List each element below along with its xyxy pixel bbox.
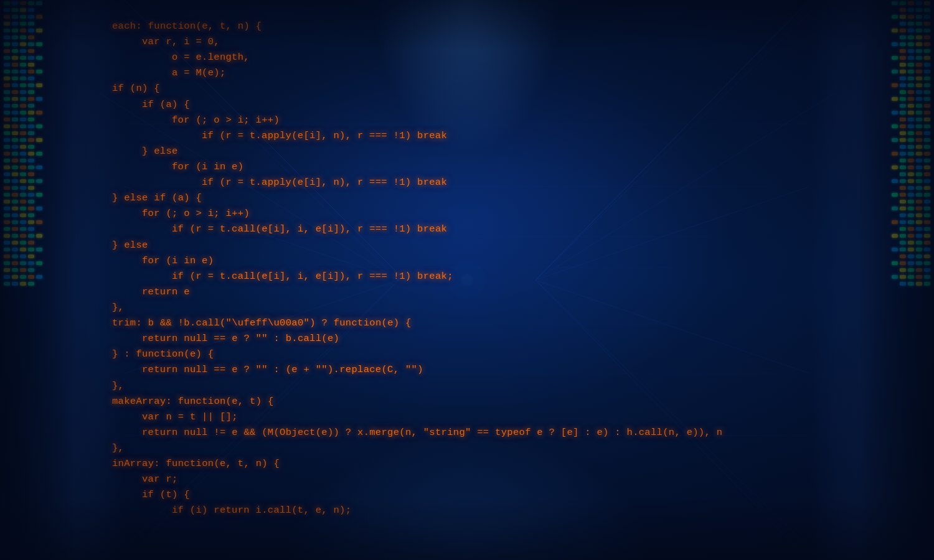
code-line: if (t) { [112, 487, 822, 503]
code-line: if (a) { [112, 97, 822, 113]
code-line: trim: b && !b.call("\ufeff\u00a0") ? fun… [112, 315, 822, 331]
code-line: if (r = t.call(e[i], i, e[i]), r === !1)… [112, 269, 822, 284]
code-line: } else [112, 144, 822, 159]
code-line: return null == e ? "" : (e + "").replace… [112, 362, 822, 378]
code-line: var n = t || []; [112, 409, 822, 425]
code-line: inArray: function(e, t, n) { [112, 456, 822, 472]
code-line: if (r = t.apply(e[i], n), r === !1) brea… [112, 128, 822, 144]
code-line: o = e.length, [112, 50, 822, 65]
code-line: for (i in e) [112, 253, 822, 269]
code-line: if (i) return i.call(t, e, n); [112, 503, 822, 518]
code-line: }, [112, 441, 822, 456]
code-line: if (n) { [112, 81, 822, 96]
code-line: if (r = t.call(e[i], i, e[i]), r === !1)… [112, 222, 822, 237]
scene: each: function(e, t, n) { var r, i = 0, … [0, 0, 934, 560]
code-line: if (r = t.apply(e[i], n), r === !1) brea… [112, 175, 822, 190]
code-line: }, [112, 300, 822, 315]
code-line: makeArray: function(e, t) { [112, 394, 822, 409]
code-overlay: each: function(e, t, n) { var r, i = 0, … [87, 0, 847, 560]
code-line: } : function(e) { [112, 347, 822, 362]
code-line: var r, i = 0, [112, 34, 822, 50]
code-line: each: function(e, t, n) { [112, 19, 822, 34]
code-line: return null != e && (M(Object(e)) ? x.me… [112, 425, 822, 441]
code-line: } else if (a) { [112, 190, 822, 206]
code-line: a = M(e); [112, 65, 822, 81]
code-line: } else [112, 238, 822, 253]
code-line: for (i in e) [112, 159, 822, 175]
code-line: var r; [112, 472, 822, 487]
code-line: for (; o > i; i++) [112, 113, 822, 128]
code-line: return e [112, 284, 822, 300]
code-line: }, [112, 378, 822, 394]
code-line: return null == e ? "" : b.call(e) [112, 331, 822, 347]
code-line: for (; o > i; i++) [112, 206, 822, 222]
